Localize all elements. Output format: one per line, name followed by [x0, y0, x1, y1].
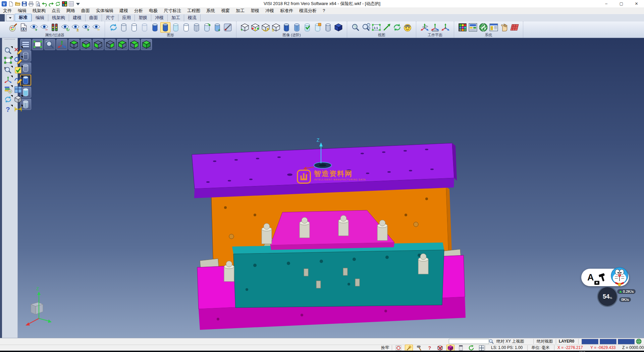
- tag-cylinder-icon[interactable]: [313, 22, 323, 33]
- base-plate-front[interactable]: [199, 297, 466, 330]
- menu-item[interactable]: 工程图: [184, 7, 203, 14]
- workplane-face-icon[interactable]: [430, 22, 440, 33]
- axis-triad-icon[interactable]: [56, 39, 67, 50]
- barrel-icon[interactable]: [281, 22, 291, 33]
- zoom-dynamic-icon[interactable]: [4, 46, 12, 55]
- menu-item[interactable]: 编辑: [15, 7, 30, 14]
- zoom-scale-icon[interactable]: ±: [4, 66, 12, 75]
- absolute-view-indicator[interactable]: 绝对视图: [537, 338, 553, 345]
- eye-plus-icon[interactable]: +: [81, 22, 91, 33]
- save-icon[interactable]: [21, 1, 27, 7]
- core-block-top[interactable]: [232, 243, 444, 254]
- traffic-light-icon[interactable]: [50, 22, 60, 33]
- ribbon-tab[interactable]: 编辑: [32, 14, 48, 21]
- transparent-cylinder-icon[interactable]: [171, 22, 181, 33]
- globe-icon[interactable]: [636, 339, 642, 344]
- close-button[interactable]: ✕: [629, 0, 644, 7]
- assistant-widget[interactable]: A: [581, 269, 629, 286]
- app-icon[interactable]: V: [1, 1, 7, 7]
- workplane-cpl-icon[interactable]: [420, 22, 430, 33]
- maximize-button[interactable]: ▢: [614, 0, 629, 7]
- doraemon-avatar[interactable]: [609, 266, 630, 288]
- menu-item[interactable]: 分析: [131, 7, 146, 14]
- layer-color-swatch[interactable]: [600, 339, 616, 344]
- grid-settings-icon[interactable]: [509, 22, 520, 33]
- guide-rail-left[interactable]: [244, 237, 276, 288]
- auto-rotate-icon[interactable]: [467, 345, 475, 351]
- help-icon[interactable]: ?: [4, 105, 12, 114]
- cavity-plate-top[interactable]: [211, 187, 449, 269]
- modify-graphics-icon[interactable]: +: [212, 22, 222, 33]
- dynamic-pan-icon[interactable]: [382, 22, 392, 33]
- view-bottom-icon[interactable]: [80, 39, 92, 50]
- ucs-origin-icon[interactable]: [4, 76, 12, 84]
- status-search-input[interactable]: [449, 339, 489, 344]
- menu-item[interactable]: 建模: [116, 7, 131, 14]
- shaded-cylinder-icon[interactable]: [150, 22, 160, 33]
- update-graphics-icon[interactable]: [202, 22, 212, 33]
- zoom-previous-icon[interactable]: [44, 39, 55, 50]
- layer-color-swatch[interactable]: [618, 339, 635, 344]
- block-off-icon[interactable]: [436, 345, 444, 351]
- view-iso-icon[interactable]: [141, 39, 152, 50]
- solid-snap-icon[interactable]: [446, 345, 454, 351]
- hatched-cylinder-icon[interactable]: [192, 22, 202, 33]
- menu-item[interactable]: ?: [320, 7, 328, 14]
- speed-gauge[interactable]: 54 %: [597, 286, 618, 307]
- view-front-icon[interactable]: [117, 39, 128, 50]
- print-icon[interactable]: [28, 1, 34, 7]
- menu-item[interactable]: 网格: [63, 7, 78, 14]
- menu-item[interactable]: 塑模: [248, 7, 262, 14]
- multi-window-icon[interactable]: [478, 345, 486, 351]
- 3d-viewport[interactable]: Z Z: [17, 38, 644, 338]
- eye-remove-icon[interactable]: −: [39, 22, 49, 33]
- ribbon-tab[interactable]: 尺寸: [102, 14, 118, 21]
- open-file-icon[interactable]: [15, 1, 20, 7]
- toolbar-grip[interactable]: [5, 39, 15, 43]
- page-eye-icon[interactable]: [18, 22, 29, 33]
- menu-item[interactable]: 点云: [49, 7, 63, 14]
- view-mode-indicator[interactable]: 绝对 XY 上视图: [496, 338, 524, 345]
- ribbon-tab[interactable]: 建模: [69, 14, 85, 21]
- image-settings-icon[interactable]: [468, 22, 478, 33]
- check-cylinder-icon[interactable]: [302, 22, 312, 33]
- shaded-edges-cylinder-icon[interactable]: [160, 22, 170, 33]
- tools-hammer-icon[interactable]: [415, 345, 423, 351]
- eye-add-icon[interactable]: +: [29, 22, 39, 33]
- image-traffic-icon[interactable]: [250, 22, 260, 33]
- measure-icon[interactable]: [14, 105, 22, 114]
- view-back-icon[interactable]: [129, 39, 140, 50]
- mesh-cylinder-icon[interactable]: [323, 22, 333, 33]
- menu-item[interactable]: 电极: [146, 7, 161, 14]
- toolbar-dropdown-button[interactable]: [6, 14, 14, 21]
- eye-refresh-icon[interactable]: ↻: [60, 22, 70, 33]
- cavity-plate-front[interactable]: [213, 259, 449, 277]
- system-config-icon[interactable]: [478, 22, 488, 33]
- graphics-settings-icon[interactable]: [223, 22, 233, 33]
- regen-icon[interactable]: [108, 22, 118, 33]
- hidden-cylinder-icon[interactable]: [129, 22, 139, 33]
- pick-wand-icon[interactable]: [405, 345, 413, 351]
- window-layout-icon[interactable]: [14, 85, 22, 94]
- regenerate-icon[interactable]: [4, 95, 12, 104]
- attribute-brush-icon[interactable]: [8, 22, 18, 33]
- eye-minus-icon[interactable]: −: [91, 22, 101, 33]
- workplane-view-icon[interactable]: [440, 22, 450, 33]
- image-refresh-icon[interactable]: [261, 22, 271, 33]
- ribbon-tab[interactable]: 应用: [118, 14, 135, 21]
- ghost-cylinder-icon[interactable]: [140, 22, 150, 33]
- menu-item[interactable]: 线架构: [30, 7, 49, 14]
- undo-icon[interactable]: [42, 1, 47, 7]
- snap-lock-label[interactable]: 拴牢: [381, 345, 389, 351]
- dropdown-icon[interactable]: [75, 1, 81, 7]
- entity-attributes-icon[interactable]: [4, 85, 12, 94]
- selection-filter-icon[interactable]: [499, 22, 509, 33]
- menu-item[interactable]: 尺寸标注: [161, 7, 184, 14]
- minimize-button[interactable]: –: [599, 0, 614, 7]
- sketch-spline-icon[interactable]: [14, 76, 22, 84]
- zoom-extents-icon[interactable]: [32, 39, 43, 50]
- shading-cube-icon[interactable]: [14, 95, 22, 104]
- stripper-plate[interactable]: [270, 210, 394, 245]
- delete-entity-icon[interactable]: [14, 46, 22, 55]
- snap-grid-icon[interactable]: [394, 345, 402, 351]
